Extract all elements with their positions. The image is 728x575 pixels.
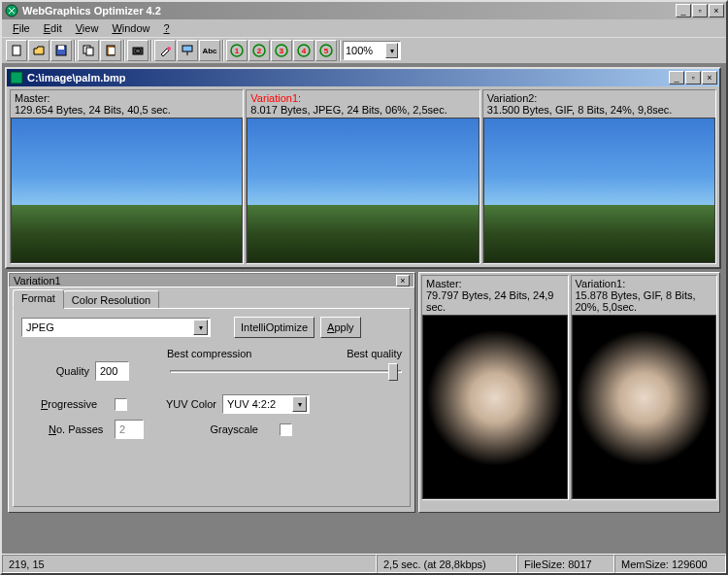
app-title: WebGraphics Optimizer 4.2: [22, 5, 676, 17]
preview2-variation1[interactable]: Variation1: 15.878 Bytes, GIF, 8 Bits, 2…: [571, 275, 718, 500]
preview-image: [422, 315, 568, 499]
image-icon: [9, 70, 24, 85]
menu-window[interactable]: Window: [105, 20, 156, 36]
toolbar: Abc 1 2 3 4 5 100% ▾: [2, 37, 726, 64]
preview-name: Variation1:: [576, 278, 626, 289]
svg-rect-3: [58, 46, 64, 50]
yuv-label: YUV Color: [158, 398, 216, 410]
preview-info: 129.654 Bytes, 24 Bits, 40,5 sec.: [15, 104, 171, 116]
paint-button[interactable]: [177, 40, 198, 61]
preview-info: 79.797 Bytes, 24 Bits, 24,9 sec.: [426, 289, 553, 313]
svg-text:5: 5: [324, 47, 329, 55]
menu-edit[interactable]: Edit: [37, 20, 69, 36]
menubar: File Edit View Window ?: [2, 19, 726, 37]
preview-master[interactable]: Master: 129.654 Bytes, 24 Bits, 40,5 sec…: [10, 89, 244, 264]
variation4-button[interactable]: 4: [293, 40, 314, 61]
tab-format[interactable]: Format: [13, 289, 64, 309]
status-filesize: FileSize: 8017: [517, 555, 614, 573]
preview-variation1[interactable]: Variation1: 8.017 Bytes, JPEG, 24 Bits, …: [246, 89, 480, 264]
preview-image: [11, 118, 243, 263]
yuv-combo[interactable]: YUV 4:2:2 ▾: [222, 394, 310, 414]
doc-path: C:\image\palm.bmp: [27, 72, 669, 84]
preview-info: 15.878 Bytes, GIF, 8 Bits, 20%, 5,0sec.: [576, 289, 696, 313]
menu-view[interactable]: View: [69, 20, 106, 36]
preview-name: Variation1:: [250, 92, 301, 104]
zoom-combo[interactable]: 100% ▾: [343, 41, 401, 60]
svg-text:2: 2: [257, 47, 262, 55]
status-coords: 219, 15: [2, 555, 377, 573]
panel-close-button[interactable]: ×: [396, 275, 410, 287]
statusbar: 219, 15 2,5 sec. (at 28,8kbps) FileSize:…: [2, 554, 726, 573]
svg-point-10: [167, 47, 171, 51]
save-button[interactable]: [50, 40, 72, 61]
camera-button[interactable]: [127, 40, 149, 61]
close-button[interactable]: ×: [709, 4, 724, 17]
open-button[interactable]: [28, 40, 50, 61]
slider-right-label: Best quality: [347, 348, 402, 359]
quality-input[interactable]: 200: [95, 361, 129, 381]
variation3-button[interactable]: 3: [271, 40, 292, 61]
minimize-button[interactable]: _: [676, 4, 691, 17]
svg-text:1: 1: [235, 47, 240, 55]
copy-button[interactable]: [78, 40, 99, 61]
grayscale-checkbox[interactable]: [280, 423, 292, 436]
menu-help[interactable]: ?: [157, 20, 177, 36]
app-titlebar: WebGraphics Optimizer 4.2 _ ▫ ×: [2, 2, 726, 19]
quality-label: Quality: [21, 365, 89, 377]
preview-info: 31.500 Bytes, GIF, 8 Bits, 24%, 9,8sec.: [487, 104, 673, 116]
progressive-label: Progressive: [21, 398, 109, 410]
doc-minimize-button[interactable]: _: [669, 71, 684, 85]
svg-rect-7: [109, 48, 115, 54]
preview-image: [483, 118, 715, 263]
preview-name: Variation2:: [487, 92, 538, 104]
eyedropper-button[interactable]: [154, 40, 176, 61]
status-memsize: MemSize: 129600: [614, 555, 726, 573]
preview-info: 8.017 Bytes, JPEG, 24 Bits, 06%, 2,5sec.: [250, 104, 447, 116]
menu-file[interactable]: File: [6, 20, 37, 36]
svg-text:3: 3: [280, 47, 284, 55]
preview-image: [572, 315, 717, 499]
svg-point-9: [136, 49, 141, 53]
preview-image: [247, 118, 479, 263]
app-icon: [4, 3, 19, 18]
chevron-down-icon[interactable]: ▾: [385, 43, 398, 58]
doc-close-button[interactable]: ×: [702, 71, 717, 85]
variation5-button[interactable]: 5: [315, 40, 337, 61]
variation1-button[interactable]: 1: [226, 40, 248, 61]
preview-variation2[interactable]: Variation2: 31.500 Bytes, GIF, 8 Bits, 2…: [482, 89, 716, 264]
paste-button[interactable]: [100, 40, 121, 61]
maximize-button[interactable]: ▫: [692, 4, 708, 17]
slider-left-label: Best compression: [167, 348, 251, 359]
doc-titlebar[interactable]: C:\image\palm.bmp _ ▫ ×: [7, 69, 719, 86]
preview2-master[interactable]: Master: 79.797 Bytes, 24 Bits, 24,9 sec.: [421, 275, 569, 500]
grayscale-label: Grayscale: [200, 423, 258, 435]
zoom-value: 100%: [346, 45, 373, 56]
chevron-down-icon[interactable]: ▾: [193, 320, 208, 335]
status-time: 2,5 sec. (at 28,8kbps): [377, 555, 517, 573]
apply-button[interactable]: Apply: [320, 317, 361, 338]
new-button[interactable]: [6, 40, 27, 61]
progressive-checkbox[interactable]: [115, 398, 127, 411]
svg-rect-5: [86, 48, 93, 55]
intellioptimize-button[interactable]: IntelliOptimize: [234, 317, 314, 338]
options-panel-title: Variation1 ×: [9, 273, 414, 288]
chevron-down-icon[interactable]: ▾: [292, 396, 307, 412]
svg-rect-22: [11, 72, 22, 84]
slider-thumb[interactable]: [388, 363, 398, 381]
preview-name: Master:: [426, 278, 462, 289]
variation2-button[interactable]: 2: [248, 40, 270, 61]
svg-rect-1: [13, 46, 20, 55]
doc-maximize-button[interactable]: ▫: [685, 71, 701, 85]
text-button[interactable]: Abc: [199, 40, 220, 61]
format-combo[interactable]: JPEG ▾: [21, 318, 211, 337]
tab-color-resolution[interactable]: Color Resolution: [63, 290, 159, 309]
svg-rect-11: [182, 46, 192, 51]
preview-name: Master:: [15, 92, 50, 104]
passes-label: No. Passes: [21, 423, 109, 435]
passes-input[interactable]: 2: [115, 420, 144, 439]
quality-slider[interactable]: [170, 361, 402, 381]
svg-text:4: 4: [302, 47, 307, 55]
